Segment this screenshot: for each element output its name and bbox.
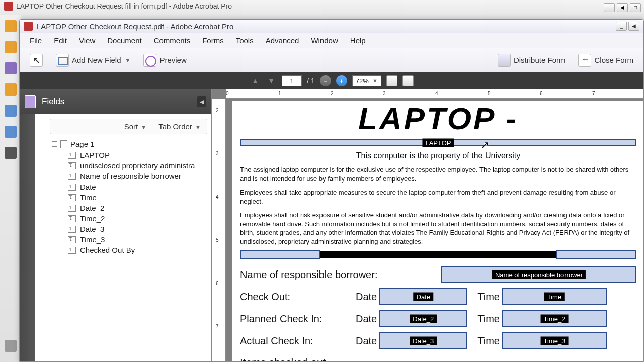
field-name: Time — [80, 193, 97, 202]
parent-sidebar — [0, 15, 21, 362]
tree-field-item[interactable]: Date_3 — [66, 224, 209, 234]
text-field-icon — [68, 236, 76, 243]
zoom-out-button[interactable]: − — [320, 75, 331, 86]
tree-field-item[interactable]: Time — [66, 192, 209, 203]
fields-panel-header: Fields ◀ — [20, 89, 211, 114]
document-canvas[interactable]: 01234567 234567 LAPTOP - LAPTOP This com… — [212, 89, 643, 361]
tree-field-item[interactable]: Time_2 — [66, 213, 209, 224]
vertical-ruler: 234567 — [212, 99, 226, 361]
collapse-panel-button[interactable]: ◀ — [197, 96, 206, 107]
menu-document[interactable]: Document — [101, 34, 147, 47]
sort-dropdown[interactable]: Sort ▼ — [124, 122, 147, 131]
sidebar-icon[interactable] — [5, 83, 17, 96]
preview-icon — [143, 54, 156, 67]
sidebar-icon[interactable] — [5, 41, 17, 53]
form-field-date3[interactable]: Date_3 — [379, 332, 467, 349]
collapse-icon[interactable]: − — [52, 141, 57, 147]
tab-order-dropdown[interactable]: Tab Order ▼ — [158, 122, 201, 131]
tree-field-item[interactable]: Date — [66, 182, 209, 192]
menu-edit[interactable]: Edit — [48, 34, 73, 47]
preview-button[interactable]: Preview — [138, 52, 191, 69]
tree-field-item[interactable]: undisclosed proprietary administra — [66, 160, 209, 171]
sidebar-icon[interactable] — [5, 20, 17, 32]
form-field-laptop[interactable]: LAPTOP — [240, 139, 636, 146]
add-new-field-button[interactable]: Add New Field ▼ — [51, 52, 135, 69]
menu-comments[interactable]: Comments — [148, 34, 197, 47]
close-form-label: Close Form — [594, 56, 633, 64]
time-label: Time — [477, 291, 500, 303]
menu-file[interactable]: File — [24, 34, 48, 47]
window-title: LAPTOP Other Checkout Request.pdf - Adob… — [37, 22, 233, 31]
minimize-button[interactable]: _ — [604, 3, 615, 12]
planned-label: Planned Check In: — [240, 313, 346, 325]
form-toolbar: Add New Field ▼ Preview Distribute Form … — [20, 48, 643, 72]
prev-page-button[interactable]: ▲ — [250, 75, 261, 86]
form-field-undisclosed[interactable] — [240, 250, 320, 259]
sidebar-icon[interactable] — [5, 147, 17, 159]
nav-tool-button[interactable] — [386, 75, 397, 86]
fields-icon — [25, 95, 36, 108]
field-name: Checked Out By — [80, 246, 135, 254]
tree-field-item[interactable]: Checked Out By — [66, 245, 209, 255]
tree-page-node[interactable]: − Page 1 — [50, 138, 209, 150]
tree-field-item[interactable]: Name of responsible borrower — [66, 171, 209, 182]
attachments-icon[interactable] — [5, 340, 17, 352]
fields-title: Fields — [42, 97, 64, 107]
nav-tool-button[interactable] — [403, 75, 414, 86]
restore-button[interactable]: ◀ — [617, 3, 628, 12]
add-field-label: Add New Field — [72, 56, 121, 64]
menu-advanced[interactable]: Advanced — [260, 34, 305, 47]
sidebar-icon[interactable] — [5, 105, 17, 117]
distribute-label: Distribute Form — [514, 56, 566, 64]
chevron-down-icon: ▼ — [125, 57, 131, 63]
restore-button[interactable]: ◀ — [628, 22, 639, 31]
form-field-time[interactable]: Time — [502, 288, 607, 305]
menu-window[interactable]: Window — [305, 34, 344, 47]
page-icon — [60, 140, 67, 148]
pointer-tool[interactable] — [25, 52, 48, 69]
text-field-icon — [68, 184, 76, 191]
property-statement: This computer is the property of the Uni… — [240, 151, 636, 160]
zoom-level[interactable]: 72% ▼ — [352, 75, 381, 86]
form-field-undisclosed[interactable] — [556, 250, 636, 259]
redaction-bar — [240, 251, 636, 258]
close-form-icon — [578, 54, 591, 67]
text-field-icon — [68, 194, 76, 201]
menu-help[interactable]: Help — [344, 34, 372, 47]
name-label: Name of responsible borrower: — [240, 269, 377, 281]
next-page-button[interactable]: ▼ — [266, 75, 277, 86]
text-field-icon — [68, 152, 76, 159]
policy-paragraph: Employees shall take appropriate measure… — [240, 188, 636, 206]
close-form-button[interactable]: Close Form — [573, 52, 638, 69]
menubar: File Edit View Document Comments Forms T… — [20, 33, 643, 48]
menu-forms[interactable]: Forms — [196, 34, 230, 47]
fields-panel: Fields ◀ Sort ▼ Tab Order ▼ − Page 1 LAP… — [20, 89, 212, 361]
time-label: Time — [477, 313, 500, 325]
sidebar-icon[interactable] — [5, 62, 17, 74]
distribute-form-button[interactable]: Distribute Form — [493, 52, 571, 69]
fields-tree: − Page 1 LAPTOPundisclosed proprietary a… — [50, 138, 209, 255]
form-field-time3[interactable]: Time_3 — [502, 332, 607, 349]
menu-view[interactable]: View — [73, 34, 101, 47]
text-field-icon — [68, 162, 76, 169]
distribute-icon — [498, 54, 511, 67]
form-field-date2[interactable]: Date_2 — [379, 310, 467, 327]
sidebar-icon[interactable] — [5, 126, 17, 138]
page-number-input[interactable] — [282, 75, 302, 86]
field-name: Date_2 — [80, 204, 104, 212]
navigation-bar: ▲ ▼ / 1 − + 72% ▼ — [20, 72, 643, 89]
pdf-page: LAPTOP - LAPTOP This computer is the pro… — [232, 101, 643, 361]
tree-field-item[interactable]: LAPTOP — [66, 150, 209, 160]
text-field-icon — [68, 247, 76, 254]
menu-tools[interactable]: Tools — [230, 34, 260, 47]
tree-field-item[interactable]: Date_2 — [66, 203, 209, 213]
form-field-time2[interactable]: Time_2 — [502, 310, 607, 327]
maximize-button[interactable]: □ — [630, 3, 641, 12]
text-field-icon — [68, 226, 76, 233]
tree-field-item[interactable]: Time_3 — [66, 234, 209, 245]
form-field-date[interactable]: Date — [379, 288, 467, 305]
minimize-button[interactable]: _ — [616, 22, 627, 31]
checkout-label: Check Out: — [240, 291, 346, 303]
zoom-in-button[interactable]: + — [336, 75, 347, 86]
form-field-name[interactable]: Name of responsible borrower — [441, 266, 636, 283]
